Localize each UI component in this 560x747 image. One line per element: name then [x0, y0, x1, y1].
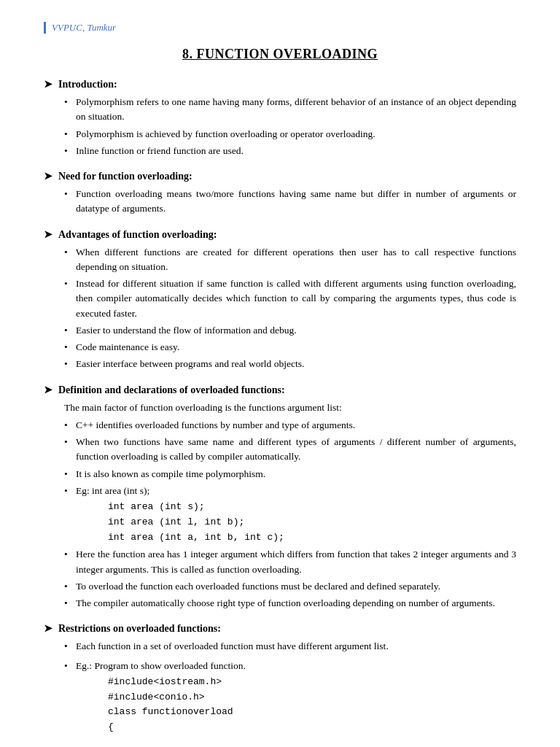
code-line: int area (int a, int b, int c);	[108, 530, 516, 546]
list-item: To overload the function each overloaded…	[64, 579, 516, 594]
definition-list: C++ identifies overloaded functions by n…	[44, 418, 516, 611]
list-item: The compiler automatically choose right …	[64, 596, 516, 611]
list-item: Eg.: Program to show overloaded function…	[64, 659, 516, 735]
code-line: {	[108, 720, 516, 735]
code-line: int area (int l, int b);	[108, 515, 516, 530]
list-item: When two functions have same name and di…	[64, 435, 516, 465]
section-title: Introduction:	[58, 79, 117, 90]
list-item: Polymorphism is achieved by function ove…	[64, 127, 516, 142]
code-line: int area (int s);	[108, 500, 516, 515]
arrow-icon: ➤	[44, 384, 52, 396]
list-item: Each function in a set of overloaded fun…	[64, 639, 516, 654]
restrictions-list: Each function in a set of overloaded fun…	[44, 639, 516, 735]
section-heading-need: ➤ Need for function overloading:	[44, 170, 516, 182]
section-advantages: ➤ Advantages of function overloading: Wh…	[44, 228, 516, 372]
arrow-icon: ➤	[44, 228, 52, 241]
arrow-icon: ➤	[44, 78, 52, 90]
code-line: class functionoverload	[108, 705, 516, 720]
list-item: Inline function or friend function are u…	[64, 144, 516, 158]
list-item: When different functions are created for…	[64, 245, 516, 275]
list-item: Easier interface between programs and re…	[64, 357, 516, 371]
code-line: #include<iostream.h>	[108, 675, 516, 690]
section-title: Restrictions on overloaded functions:	[58, 623, 221, 635]
page-title: 8. FUNCTION OVERLOADING	[44, 47, 516, 62]
code-example: int area (int s); int area (int l, int b…	[76, 500, 516, 545]
code-line: #include<conio.h>	[108, 690, 516, 705]
advantages-list: When different functions are created for…	[44, 245, 516, 372]
list-item: It is also known as compile time polymor…	[64, 467, 516, 481]
section-heading-advantages: ➤ Advantages of function overloading:	[44, 228, 516, 241]
arrow-icon: ➤	[44, 170, 52, 182]
header-bar: VVPUC, Tumkur	[44, 22, 516, 34]
section-title: Advantages of function overloading:	[58, 229, 217, 241]
list-item: Here the function area has 1 integer arg…	[64, 547, 516, 577]
list-item: Polymorphism refers to one name having m…	[64, 95, 516, 125]
section-need: ➤ Need for function overloading: Functio…	[44, 170, 516, 217]
section-definition: ➤ Definition and declarations of overloa…	[44, 384, 516, 611]
code-block: #include<iostream.h> #include<conio.h> c…	[76, 675, 516, 735]
section-title: Definition and declarations of overloade…	[58, 384, 285, 396]
page: VVPUC, Tumkur 8. FUNCTION OVERLOADING ➤ …	[0, 0, 560, 747]
section-heading-introduction: ➤ Introduction:	[44, 78, 516, 90]
section-title: Need for function overloading:	[58, 171, 192, 182]
need-list: Function overloading means two/more func…	[44, 187, 516, 217]
introduction-list: Polymorphism refers to one name having m…	[44, 95, 516, 158]
section-restrictions: ➤ Restrictions on overloaded functions: …	[44, 622, 516, 735]
section-heading-restrictions: ➤ Restrictions on overloaded functions:	[44, 622, 516, 635]
list-item: Easier to understand the flow of informa…	[64, 323, 516, 338]
list-item: Code maintenance is easy.	[64, 340, 516, 355]
list-item: Eg: int area (int s); int area (int s); …	[64, 484, 516, 546]
definition-intro: The main factor of function overloading …	[44, 400, 516, 415]
section-introduction: ➤ Introduction: Polymorphism refers to o…	[44, 78, 516, 158]
institution-label: VVPUC, Tumkur	[52, 22, 116, 34]
list-item: C++ identifies overloaded functions by n…	[64, 418, 516, 433]
section-heading-definition: ➤ Definition and declarations of overloa…	[44, 384, 516, 396]
list-item: Function overloading means two/more func…	[64, 187, 516, 217]
arrow-icon: ➤	[44, 622, 52, 635]
list-item: Instead for different situation if same …	[64, 276, 516, 321]
